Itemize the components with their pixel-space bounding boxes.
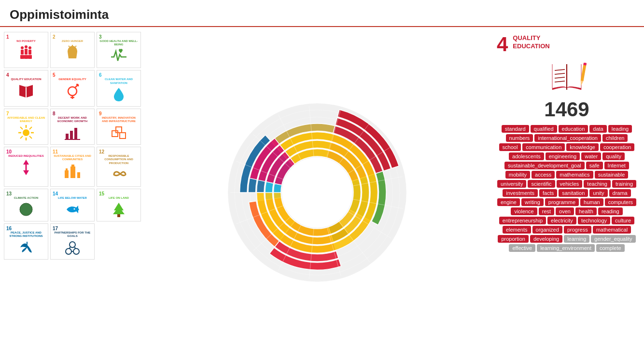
sdg-item-7[interactable]: 7 AFFORDABLE AND CLEAN ENERGY bbox=[4, 109, 48, 145]
sdg4-icon bbox=[497, 59, 637, 93]
tag-health[interactable]: health bbox=[575, 207, 597, 215]
tag-school[interactable]: school bbox=[499, 143, 521, 151]
tag-proportion[interactable]: proportion bbox=[498, 235, 529, 243]
svg-rect-5 bbox=[28, 50, 31, 55]
sdg-title-4: QUALITY EDUCATION bbox=[10, 78, 42, 81]
tag-violence[interactable]: violence bbox=[511, 207, 537, 215]
tag-learning[interactable]: learning bbox=[564, 235, 589, 243]
tag-mobility[interactable]: mobility bbox=[505, 171, 530, 179]
sdg-item-13[interactable]: 13 CLIMATE ACTION bbox=[4, 189, 48, 221]
sdg-item-3[interactable]: 3 GOOD HEALTH AND WELL-BEING bbox=[97, 32, 141, 68]
sdg-icon-15 bbox=[110, 201, 127, 218]
tag-electricity[interactable]: electricity bbox=[547, 217, 576, 224]
tag-rest[interactable]: rest bbox=[539, 207, 554, 215]
sdg-item-10[interactable]: 10 REDUCED INEQUALITIES bbox=[4, 147, 48, 187]
sdg-item-1[interactable]: 1 NO POVERTY bbox=[4, 32, 48, 68]
svg-line-84 bbox=[555, 77, 565, 78]
donut-svg bbox=[221, 96, 414, 289]
tag-investments[interactable]: investments bbox=[503, 189, 538, 197]
tag-mathematics[interactable]: mathematics bbox=[556, 171, 593, 179]
svg-line-85 bbox=[555, 81, 565, 82]
tag-university[interactable]: university bbox=[497, 180, 526, 188]
tag-Internet[interactable]: Internet bbox=[604, 162, 629, 169]
tag-learning_environment[interactable]: learning_environment bbox=[537, 244, 595, 252]
tag-sustainable_development_goal[interactable]: sustainable_development_goal bbox=[504, 162, 585, 169]
tag-developing[interactable]: developing bbox=[530, 235, 562, 243]
sdg-item-8[interactable]: 8 DECENT WORK AND ECONOMIC GROWTH bbox=[50, 109, 95, 145]
sdg-item-11[interactable]: 11 SUSTAINABLE CITIES AND COMMUNITIES bbox=[50, 147, 95, 187]
tag-effective[interactable]: effective bbox=[509, 244, 535, 252]
tag-engineering[interactable]: engineering bbox=[546, 152, 580, 160]
svg-rect-4 bbox=[25, 49, 28, 55]
tag-unity[interactable]: unity bbox=[589, 189, 607, 197]
tag-safe[interactable]: safe bbox=[586, 162, 603, 169]
tag-reading[interactable]: reading bbox=[598, 207, 623, 215]
tag-organized[interactable]: organized bbox=[532, 226, 562, 234]
svg-line-27 bbox=[20, 136, 23, 138]
tag-qualified[interactable]: qualified bbox=[531, 125, 557, 133]
svg-rect-3 bbox=[21, 50, 24, 55]
sdg-title-16: PEACE, JUSTICE AND STRONG INSTITUTIONS bbox=[5, 231, 47, 238]
chart-area bbox=[145, 27, 490, 358]
tag-data[interactable]: data bbox=[589, 125, 606, 133]
sdg-item-16[interactable]: 16 PEACE, JUSTICE AND STRONG INSTITUTION… bbox=[4, 223, 48, 260]
book-icon bbox=[545, 59, 588, 93]
tag-children[interactable]: children bbox=[602, 134, 628, 142]
tag-communication[interactable]: communication bbox=[522, 143, 565, 151]
sdg-item-5[interactable]: 5 GENDER EQUALITY bbox=[50, 70, 95, 106]
tag-leading[interactable]: leading bbox=[608, 125, 632, 133]
tag-culture[interactable]: culture bbox=[612, 217, 634, 224]
tag-oven[interactable]: oven bbox=[556, 207, 574, 215]
tag-drama[interactable]: drama bbox=[609, 189, 631, 197]
tag-numbers[interactable]: numbers bbox=[506, 134, 533, 142]
svg-rect-88 bbox=[583, 63, 587, 66]
sdg-item-12[interactable]: 12 RESPONSIBLE CONSUMPTION AND PRODUCTIO… bbox=[97, 147, 141, 187]
tag-progress[interactable]: progress bbox=[564, 226, 591, 234]
tag-facts[interactable]: facts bbox=[539, 189, 557, 197]
tag-complete[interactable]: complete bbox=[596, 244, 625, 252]
sdg-item-2[interactable]: 2 ZERO HUNGER bbox=[50, 32, 95, 68]
tag-sanitation[interactable]: sanitation bbox=[559, 189, 588, 197]
sdg-item-4[interactable]: 4 QUALITY EDUCATION bbox=[4, 70, 48, 106]
tag-quality[interactable]: quality bbox=[602, 152, 625, 160]
tag-sustainable[interactable]: sustainable bbox=[595, 171, 629, 179]
tag-knowledge[interactable]: knowledge bbox=[566, 143, 599, 151]
tag-education[interactable]: education bbox=[559, 125, 588, 133]
tag-teaching[interactable]: teaching bbox=[584, 180, 611, 188]
tag-engine[interactable]: engine bbox=[497, 198, 520, 206]
tag-programme[interactable]: programme bbox=[545, 198, 579, 206]
svg-rect-30 bbox=[74, 128, 77, 139]
tag-technology[interactable]: technology bbox=[578, 217, 610, 224]
tag-entrepreneurship[interactable]: entrepreneurship bbox=[499, 217, 546, 224]
svg-marker-35 bbox=[23, 160, 29, 165]
svg-line-82 bbox=[555, 69, 565, 70]
sdg-icon-14 bbox=[64, 201, 81, 218]
tag-gender_equality[interactable]: gender_equality bbox=[591, 235, 635, 243]
tag-elements[interactable]: elements bbox=[503, 226, 531, 234]
svg-point-2 bbox=[28, 46, 31, 49]
tag-water[interactable]: water bbox=[581, 152, 601, 160]
sdg-item-6[interactable]: 6 CLEAN WATER AND SANITATION bbox=[97, 70, 141, 106]
tag-vehicles[interactable]: vehicles bbox=[557, 180, 583, 188]
sdg-item-14[interactable]: 14 LIFE BELOW WATER bbox=[50, 189, 95, 221]
sdg-title-2: ZERO HUNGER bbox=[61, 40, 84, 43]
tag-mathematical[interactable]: mathematical bbox=[593, 226, 631, 234]
tag-cooperation[interactable]: cooperation bbox=[600, 143, 635, 151]
tag-human[interactable]: human bbox=[580, 198, 603, 206]
sdg-item-9[interactable]: 9 INDUSTRY, INNOVATION AND INFRASTRUCTUR… bbox=[97, 109, 141, 145]
tag-writing[interactable]: writing bbox=[521, 198, 544, 206]
tag-adolescents[interactable]: adolescents bbox=[509, 152, 544, 160]
tag-scientific[interactable]: scientific bbox=[528, 180, 555, 188]
sdg-title-14: LIFE BELOW WATER bbox=[57, 196, 87, 200]
sdg-item-15[interactable]: 15 LIFE ON LAND bbox=[97, 189, 141, 221]
tag-standard[interactable]: standard bbox=[502, 125, 529, 133]
tag-training[interactable]: training bbox=[612, 180, 636, 188]
tag-international_cooperation[interactable]: international_cooperation bbox=[534, 134, 601, 142]
tag-computers[interactable]: computers bbox=[605, 198, 636, 206]
tag-access[interactable]: access bbox=[532, 171, 555, 179]
sdg-item-17[interactable]: 17 PARTNERSHIPS FOR THE GOALS bbox=[50, 223, 95, 260]
sdg-panel: 1 NO POVERTY 2 ZERO HUNGER 3 GOOD HEALTH… bbox=[0, 27, 145, 358]
sdg-icon-16 bbox=[17, 239, 35, 256]
page-title: Oppimistoiminta bbox=[10, 7, 634, 22]
svg-rect-7 bbox=[24, 55, 28, 59]
